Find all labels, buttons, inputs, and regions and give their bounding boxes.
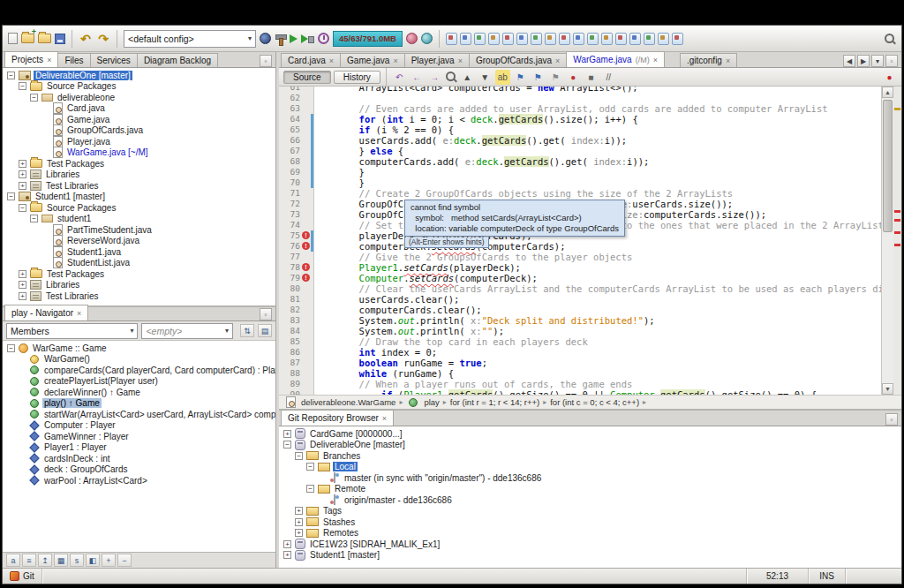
- navigator-tree-item[interactable]: declareWinner() ↑ Game: [3, 387, 275, 398]
- toggle-icon[interactable]: −: [283, 441, 291, 449]
- navigator-tree-item[interactable]: deck : GroupOfCards: [3, 464, 275, 476]
- project-tree-item[interactable]: +Test Packages: [3, 268, 275, 280]
- git-history-icon[interactable]: [672, 33, 683, 45]
- toggle-icon[interactable]: +: [295, 529, 303, 537]
- profile-project-icon[interactable]: [318, 33, 329, 44]
- project-tree-item[interactable]: Player.java: [3, 136, 275, 147]
- comment-lines-icon[interactable]: //: [601, 70, 616, 85]
- code-line[interactable]: for (int i = 0; i < deck.getCards().size…: [314, 114, 881, 124]
- error-status-icon[interactable]: ●: [882, 70, 897, 85]
- redo-icon[interactable]: [96, 32, 110, 46]
- clean-build-project-icon[interactable]: [275, 33, 286, 44]
- editor-tab-groupofcards-java[interactable]: GroupOfCards.java×: [469, 53, 567, 67]
- code-line[interactable]: // Give the 2 GroupsOfCards to the playe…: [314, 252, 881, 262]
- git-status-icon[interactable]: [460, 33, 471, 45]
- scroll-tabs-right-icon[interactable]: ▶: [857, 55, 870, 67]
- navigator-tree-item[interactable]: WarGame(): [3, 354, 275, 366]
- previous-bookmark-icon[interactable]: ⚑: [513, 70, 528, 85]
- editor-tab-player-java[interactable]: Player.java×: [404, 53, 470, 67]
- git-tree-item[interactable]: −Remote: [279, 484, 901, 495]
- project-tree-item[interactable]: −Student1 [master]: [3, 192, 275, 203]
- git-diff-icon[interactable]: [474, 33, 486, 45]
- view-source-button[interactable]: Source: [283, 71, 331, 84]
- vcs-update-icon[interactable]: [406, 33, 418, 44]
- collapse-all-icon[interactable]: −: [117, 554, 132, 567]
- left-tab-diagram-backlog[interactable]: Diagram Backlog: [137, 53, 218, 67]
- code-line[interactable]: [314, 93, 881, 103]
- find-next-occurrence-icon[interactable]: ▼: [478, 70, 493, 85]
- scrollbar-track[interactable]: [882, 98, 893, 383]
- code-line[interactable]: ArrayList<Card> computerCards = new Arra…: [314, 87, 881, 93]
- maximize-window-icon[interactable]: ▫: [885, 413, 898, 426]
- scroll-up-icon[interactable]: ▲: [882, 87, 893, 98]
- code-line[interactable]: Player1.setCards(playerDeck);: [314, 262, 881, 273]
- toggle-icon[interactable]: −: [19, 204, 26, 212]
- project-tree-item[interactable]: −DeliverableOne [master]: [3, 70, 275, 81]
- toggle-icon[interactable]: −: [295, 452, 303, 460]
- minimize-window-icon[interactable]: ▫: [260, 308, 272, 320]
- new-project-icon[interactable]: [21, 34, 34, 43]
- breadcrumb-item[interactable]: for (int r = 1; r < 14; r++): [450, 397, 539, 407]
- error-stripe[interactable]: [893, 87, 901, 395]
- code-line[interactable]: computerCards.clear();: [314, 305, 881, 315]
- quick-search-icon[interactable]: [884, 33, 896, 45]
- toggle-icon[interactable]: +: [19, 270, 26, 278]
- save-all-icon[interactable]: [55, 34, 65, 44]
- left-tab-services[interactable]: Services: [90, 53, 138, 67]
- find-selection-icon[interactable]: [445, 71, 457, 83]
- close-tab-icon[interactable]: ×: [726, 57, 730, 65]
- navigator-tree-item[interactable]: −WarGame :: Game: [3, 343, 275, 354]
- error-stripe-mark[interactable]: [894, 108, 900, 110]
- inheritance-filter-select[interactable]: <empty>▾: [141, 323, 233, 339]
- open-project-icon[interactable]: [38, 34, 51, 43]
- sort-by-source-icon[interactable]: ≡: [22, 554, 36, 567]
- config-selector[interactable]: <default config>▾: [124, 30, 256, 48]
- breadcrumb-item[interactable]: play: [406, 397, 439, 407]
- show-static-icon[interactable]: s: [70, 554, 84, 567]
- project-tree-item[interactable]: +Libraries: [3, 170, 275, 181]
- git-browser-tab[interactable]: Git Repository Browser×: [281, 410, 394, 426]
- breadcrumb-item[interactable]: deliverableone.WarGame: [283, 396, 396, 408]
- show-inherited-icon[interactable]: ↥: [38, 554, 52, 567]
- toggle-bookmark-icon[interactable]: ⚑: [548, 70, 563, 85]
- toggle-icon[interactable]: +: [19, 292, 26, 300]
- navigator-tree-item[interactable]: Computer : Player: [3, 420, 275, 432]
- toggle-icon[interactable]: −: [30, 94, 38, 102]
- git-tree-item[interactable]: −Local: [279, 462, 901, 473]
- git-pull-icon[interactable]: [545, 33, 556, 45]
- members-filter-select[interactable]: Members▾: [6, 323, 138, 339]
- left-tab-projects[interactable]: Projects×: [4, 51, 58, 67]
- project-tree-item[interactable]: −student1: [3, 214, 275, 225]
- git-repository-browser-icon[interactable]: [446, 33, 457, 45]
- git-commit-icon[interactable]: [573, 33, 584, 45]
- scrollbar-thumb[interactable]: [883, 100, 893, 232]
- toggle-icon[interactable]: +: [295, 507, 303, 515]
- git-tree-item[interactable]: +ICE1W23 [SIDRAH_MALIK_Ex1]: [279, 539, 901, 550]
- toggle-icon[interactable]: −: [306, 485, 314, 493]
- project-tree-item[interactable]: +Libraries: [3, 280, 275, 291]
- git-stash-icon[interactable]: [658, 33, 669, 45]
- memory-indicator[interactable]: 45/63/791.0MB: [333, 31, 403, 47]
- code-line[interactable]: }: [314, 167, 881, 177]
- git-add-icon[interactable]: [488, 33, 500, 45]
- git-tree-item[interactable]: +Remotes: [279, 528, 901, 539]
- stop-macro-recording-icon[interactable]: ■: [584, 70, 599, 85]
- toggle-icon[interactable]: +: [283, 540, 291, 548]
- start-macro-recording-icon[interactable]: ●: [566, 70, 581, 85]
- back-icon[interactable]: ←: [410, 70, 425, 85]
- show-fields-icon[interactable]: ▦: [54, 554, 68, 567]
- code-line[interactable]: // Clear the userCards ArrayList and the…: [314, 283, 881, 294]
- toggle-icon[interactable]: +: [19, 170, 26, 178]
- editor-tab-wargame-java[interactable]: WarGame.java(/M)×: [566, 51, 665, 67]
- next-bookmark-icon[interactable]: ⚑: [531, 70, 546, 85]
- close-tab-icon[interactable]: ×: [458, 57, 463, 65]
- git-tree-item[interactable]: −Branches: [279, 450, 901, 462]
- navigator-tree-item[interactable]: play() ↑ Game: [3, 398, 275, 410]
- scroll-tabs-left-icon[interactable]: ◀: [843, 55, 855, 67]
- project-tree-item[interactable]: +Test Libraries: [3, 180, 275, 192]
- git-push-icon[interactable]: [559, 33, 570, 45]
- toggle-icon[interactable]: −: [19, 82, 26, 90]
- code-line[interactable]: System.out.println( x:"Deck split and di…: [314, 315, 881, 326]
- toggle-icon[interactable]: +: [19, 281, 26, 289]
- forward-icon[interactable]: →: [427, 70, 442, 85]
